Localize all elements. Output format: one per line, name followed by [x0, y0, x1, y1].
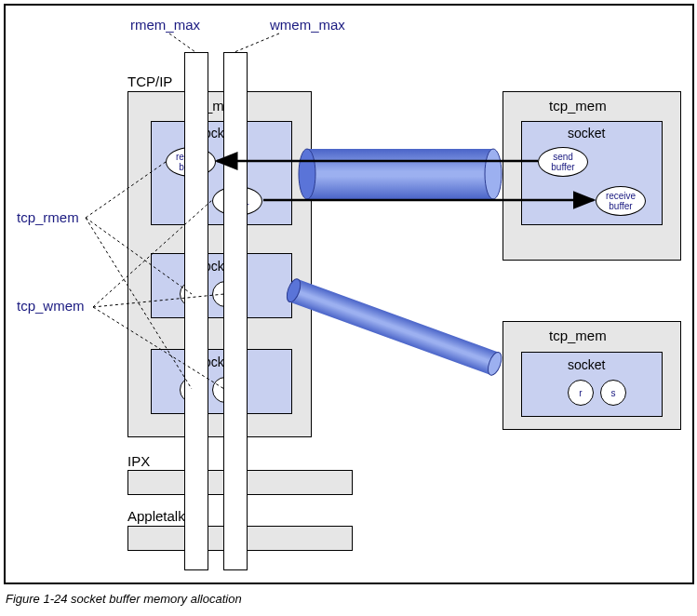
tcpip-label: TCP/IP — [127, 74, 172, 89]
ipx-label: IPX — [127, 453, 150, 469]
right-r-2: r — [568, 380, 594, 406]
right-socket-1-label: socket — [568, 126, 605, 141]
wmem-bar — [223, 52, 248, 570]
right-send-buffer-1: send buffer — [538, 147, 588, 177]
right-receive-buffer-1: receive buffer — [596, 186, 646, 216]
rmem-max-label: rmem_max — [130, 17, 200, 33]
appletalk-label: Appletalk — [127, 508, 185, 524]
right-socket-2-label: socket — [568, 357, 605, 372]
tcp-wmem-label: tcp_wmem — [17, 298, 85, 314]
right-s-2: s — [600, 380, 626, 406]
rmem-bar — [184, 52, 208, 570]
right-tcp-mem-2-label: tcp_mem — [549, 328, 607, 343]
figure-caption: Figure 1-24 socket buffer memory allocat… — [6, 592, 242, 606]
wmem-max-label: wmem_max — [270, 17, 345, 33]
right-tcp-mem-1-label: tcp_mem — [549, 98, 607, 114]
tcp-rmem-label: tcp_rmem — [17, 209, 79, 225]
diagram-canvas: rmem_max wmem_max TCP/IP tcp_mem socket … — [0, 0, 697, 616]
